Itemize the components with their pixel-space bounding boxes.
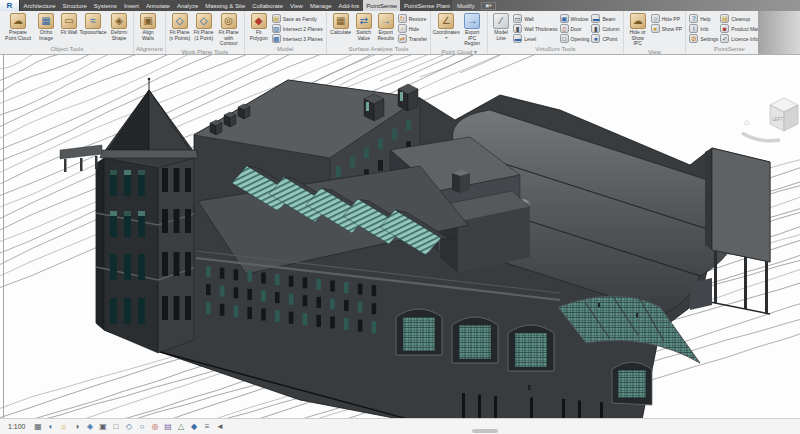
app-button[interactable]: R	[0, 0, 20, 11]
tab-manage[interactable]: Manage	[306, 0, 335, 11]
export-ipc-region-icon: →	[464, 13, 480, 29]
viewcube[interactable]: ⌂ LEFT	[742, 98, 798, 141]
ribbon-group-virtusurv-tools: ∕ Model Line ▭ Wall ▮ Wall Thickness ▬ L…	[488, 11, 623, 54]
tool-calculate[interactable]: ▦ Calculate	[329, 12, 353, 37]
tool-wall-thickness[interactable]: ▮ Wall Thickness	[513, 24, 557, 33]
tool-label: Hide or Show IPC	[627, 30, 649, 47]
reveal-hidden-elements-icon[interactable]: ◎	[150, 421, 161, 432]
crop-view-icon[interactable]: ▣	[98, 421, 109, 432]
tool-label: Prepare Point Cloud	[4, 30, 32, 41]
view-control-bar: 1:100 ▦ ◐ ☼ ◑ ◈ ▣ □ ◇ ○ ◎ ▤ △ ◆ ≡ ◄	[0, 418, 800, 434]
tool-label: Export Results	[376, 30, 396, 41]
tool-fit-plane-x-points[interactable]: ◇ Fit Plane (x Points)	[168, 12, 192, 42]
sun-path-icon[interactable]: ☼	[59, 421, 70, 432]
tab-insert[interactable]: Insert	[120, 0, 142, 11]
tool-fit-polygon[interactable]: ◆ Fit Polygon	[247, 12, 271, 42]
tab-architecture[interactable]: Architecture	[20, 0, 59, 11]
tab-analyze[interactable]: Analyze	[173, 0, 201, 11]
tool-help[interactable]: ? Help	[689, 14, 718, 23]
tool-deform-shape[interactable]: ◈ Deform Shape	[107, 12, 131, 42]
tool-hide-pp[interactable]: ○ Hide PP	[651, 14, 683, 23]
deform-shape-icon: ◈	[111, 13, 127, 29]
tool-fit-plane-1-point[interactable]: ◇ Fit Plane (1 Point)	[192, 12, 216, 42]
scale-control[interactable]: 1:100	[8, 423, 26, 430]
tool-cpoint[interactable]: ● CPoint	[591, 34, 619, 43]
tool-switch-value[interactable]: ⇄ Switch Value	[353, 12, 375, 42]
ribbon-group-point-cloud: ∠ Coordinates ▾ → Export IPC Region Poin…	[431, 11, 488, 54]
tool-show-pp[interactable]: ● Show PP	[651, 24, 683, 33]
tool-fit-wall[interactable]: ▭ Fit Wall	[59, 12, 79, 37]
panel-dropdown-icon[interactable]: ▾	[474, 49, 477, 55]
viewcube-home-icon[interactable]: ⌂	[744, 117, 749, 127]
tool-hide-or-show-ipc[interactable]: ☁ Hide or Show IPC	[626, 12, 650, 48]
temporary-hide-isolate-icon[interactable]: ○	[137, 421, 148, 432]
hide-or-show-ipc-icon: ☁	[630, 13, 646, 29]
tool-label: Wall	[524, 16, 534, 22]
tool-info[interactable]: i Info	[689, 24, 718, 33]
tool-hide[interactable]: ▫ Hide	[398, 24, 427, 33]
detail-level-icon[interactable]: ▦	[33, 421, 44, 432]
tool-toposurface[interactable]: ≈ Toposurface	[79, 12, 107, 37]
tool-align-walls[interactable]: ▣ Align Walls	[136, 12, 160, 42]
save-as-family-icon: ▤	[272, 14, 281, 23]
column-icon: ▮	[591, 24, 600, 33]
tab-systems[interactable]: Systems	[90, 0, 120, 11]
temporary-view-properties-icon[interactable]: ▤	[163, 421, 174, 432]
tool-prepare-point-cloud[interactable]: ☁ Prepare Point Cloud	[3, 12, 33, 42]
tool-settings[interactable]: ⚙ Settings	[689, 34, 718, 43]
tool-wall[interactable]: ▭ Wall	[513, 14, 557, 23]
viewcube-orbit-ring[interactable]	[742, 133, 780, 141]
tool-column[interactable]: ▮ Column	[591, 24, 619, 33]
reveal-constraints-icon[interactable]: ≡	[202, 421, 213, 432]
scrollbar-thumb[interactable]	[472, 429, 498, 433]
tool-beam[interactable]: ▬ Beam	[591, 14, 619, 23]
tab-modify[interactable]: Modify	[454, 0, 479, 11]
tool-label: Hide PP	[662, 16, 680, 22]
tool-transfer[interactable]: ⇄ Transfer	[398, 34, 427, 43]
tool-save-as-family[interactable]: ▤ Save as Family	[272, 14, 323, 23]
tool-intersect-3-planes[interactable]: ▩ Intersect 3 Planes	[272, 34, 323, 43]
viewcube-face-label: LEFT	[772, 117, 783, 122]
tool-window[interactable]: ▣ Window	[560, 14, 590, 23]
tool-opening[interactable]: □ Opening	[560, 34, 590, 43]
tool-export-ipc-region[interactable]: → Export IPC Region	[459, 12, 485, 48]
show-crop-region-icon[interactable]: □	[111, 421, 122, 432]
tab-view[interactable]: View	[287, 0, 307, 11]
tab-pointsense[interactable]: PointSense	[363, 0, 401, 11]
tool-label: Info	[700, 26, 708, 32]
tool-fit-plane-with-contour[interactable]: ◎ Fit Plane with Contour	[216, 12, 242, 48]
tab-annotate[interactable]: Annotate	[142, 0, 173, 11]
ribbon: ☁ Prepare Point Cloud ▦ Ortho Image ▭ Fi…	[0, 11, 800, 55]
expand-arrow-icon[interactable]: ◄	[215, 421, 226, 432]
tool-level[interactable]: ▬ Level	[513, 34, 557, 43]
displacement-sets-icon[interactable]: ◆	[189, 421, 200, 432]
rendering-dialog-icon[interactable]: ◈	[85, 421, 96, 432]
tab-add-ins[interactable]: Add-Ins	[335, 0, 363, 11]
tool-restore[interactable]: ↻ Restore	[398, 14, 427, 23]
ribbon-group-view: ☁ Hide or Show IPC ○ Hide PP ● Show PP V…	[624, 11, 687, 54]
tool-label: Restore	[409, 16, 427, 22]
prepare-point-cloud-icon: ☁	[10, 13, 26, 29]
group-label-alignment: Alignment	[136, 45, 163, 54]
analytical-model-icon[interactable]: △	[176, 421, 187, 432]
model-3d-view[interactable]: ⌂ LEFT	[0, 55, 800, 418]
tool-intersect-2-planes[interactable]: ▨ Intersect 2 Planes	[272, 24, 323, 33]
tool-ortho-image[interactable]: ▦ Ortho Image	[33, 12, 59, 42]
tool-coordinates[interactable]: ∠ Coordinates ▾	[433, 12, 459, 41]
tab-structure[interactable]: Structure	[59, 0, 90, 11]
tab-overflow-button[interactable]: ▣▾	[481, 2, 496, 10]
tab-massing-site[interactable]: Massing & Site	[202, 0, 249, 11]
tool-export-results[interactable]: → Export Results	[375, 12, 397, 42]
tab-collaborate[interactable]: Collaborate	[249, 0, 287, 11]
tool-label: Save as Family	[283, 16, 317, 22]
lock-3d-view-icon[interactable]: ◇	[124, 421, 135, 432]
drawing-area[interactable]: ⌂ LEFT	[0, 55, 800, 418]
align-walls-icon: ▣	[140, 13, 156, 29]
visual-style-icon[interactable]: ◐	[46, 421, 57, 432]
shadows-icon[interactable]: ◑	[72, 421, 83, 432]
tool-door[interactable]: ▯ Door	[560, 24, 590, 33]
tab-pointsense-plant[interactable]: PointSense Plant	[400, 0, 453, 11]
tool-model-line[interactable]: ∕ Model Line	[490, 12, 512, 42]
coordinates-dropdown-icon[interactable]: ▾	[445, 36, 447, 40]
level-icon: ▬	[513, 34, 522, 43]
